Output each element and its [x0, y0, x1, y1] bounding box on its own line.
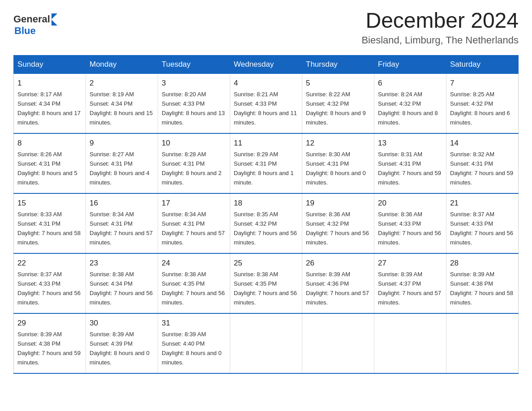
calendar-cell: 7 Sunrise: 8:25 AMSunset: 4:32 PMDayligh… [446, 73, 519, 133]
calendar-cell: 10 Sunrise: 8:28 AMSunset: 4:31 PMDaylig… [158, 133, 230, 193]
calendar-cell: 25 Sunrise: 8:38 AMSunset: 4:35 PMDaylig… [230, 253, 302, 313]
day-info: Sunrise: 8:35 AMSunset: 4:32 PMDaylight:… [234, 211, 297, 246]
day-info: Sunrise: 8:39 AMSunset: 4:38 PMDaylight:… [17, 331, 81, 366]
day-number: 4 [234, 77, 298, 89]
calendar-cell: 29 Sunrise: 8:39 AMSunset: 4:38 PMDaylig… [14, 313, 86, 373]
calendar-cell [302, 313, 374, 373]
weekday-header-friday: Friday [374, 55, 446, 73]
calendar-week-row: 15 Sunrise: 8:33 AMSunset: 4:31 PMDaylig… [14, 193, 519, 253]
day-number: 15 [17, 197, 82, 209]
calendar-cell: 13 Sunrise: 8:31 AMSunset: 4:31 PMDaylig… [374, 133, 446, 193]
day-number: 17 [162, 197, 226, 209]
day-info: Sunrise: 8:38 AMSunset: 4:35 PMDaylight:… [234, 271, 297, 306]
weekday-header-monday: Monday [86, 55, 158, 73]
calendar-cell: 1 Sunrise: 8:17 AMSunset: 4:34 PMDayligh… [14, 73, 86, 133]
calendar-cell: 27 Sunrise: 8:39 AMSunset: 4:37 PMDaylig… [374, 253, 446, 313]
day-info: Sunrise: 8:33 AMSunset: 4:31 PMDaylight:… [17, 211, 81, 246]
logo: General Blue [13, 13, 57, 36]
day-number: 10 [162, 137, 226, 149]
calendar-cell: 24 Sunrise: 8:38 AMSunset: 4:35 PMDaylig… [158, 253, 230, 313]
day-number: 26 [306, 257, 370, 269]
day-number: 29 [17, 317, 82, 329]
calendar-cell: 11 Sunrise: 8:29 AMSunset: 4:31 PMDaylig… [230, 133, 302, 193]
day-number: 25 [234, 257, 298, 269]
day-number: 1 [17, 77, 82, 89]
page-header: General Blue December 2024 Biesland, Lim… [13, 9, 519, 46]
day-info: Sunrise: 8:38 AMSunset: 4:34 PMDaylight:… [90, 271, 153, 306]
day-info: Sunrise: 8:36 AMSunset: 4:32 PMDaylight:… [306, 211, 369, 246]
day-info: Sunrise: 8:25 AMSunset: 4:32 PMDaylight:… [450, 91, 510, 126]
day-info: Sunrise: 8:27 AMSunset: 4:31 PMDaylight:… [90, 151, 150, 186]
calendar-cell: 4 Sunrise: 8:21 AMSunset: 4:33 PMDayligh… [230, 73, 302, 133]
calendar-cell: 14 Sunrise: 8:32 AMSunset: 4:31 PMDaylig… [446, 133, 519, 193]
day-number: 24 [162, 257, 226, 269]
calendar-cell: 26 Sunrise: 8:39 AMSunset: 4:36 PMDaylig… [302, 253, 374, 313]
weekday-header-sunday: Sunday [14, 55, 86, 73]
day-number: 19 [306, 197, 370, 209]
day-number: 14 [450, 137, 515, 149]
logo-text-blue: Blue [14, 26, 57, 36]
calendar-cell: 19 Sunrise: 8:36 AMSunset: 4:32 PMDaylig… [302, 193, 374, 253]
calendar-cell: 3 Sunrise: 8:20 AMSunset: 4:33 PMDayligh… [158, 73, 230, 133]
calendar-cell: 9 Sunrise: 8:27 AMSunset: 4:31 PMDayligh… [86, 133, 158, 193]
day-number: 27 [378, 257, 442, 269]
day-info: Sunrise: 8:31 AMSunset: 4:31 PMDaylight:… [378, 151, 441, 186]
day-number: 16 [90, 197, 154, 209]
calendar-week-row: 22 Sunrise: 8:37 AMSunset: 4:33 PMDaylig… [14, 253, 519, 313]
calendar-cell: 5 Sunrise: 8:22 AMSunset: 4:32 PMDayligh… [302, 73, 374, 133]
calendar-week-row: 8 Sunrise: 8:26 AMSunset: 4:31 PMDayligh… [14, 133, 519, 193]
calendar-cell: 30 Sunrise: 8:39 AMSunset: 4:39 PMDaylig… [86, 313, 158, 373]
day-info: Sunrise: 8:21 AMSunset: 4:33 PMDaylight:… [234, 91, 297, 126]
day-info: Sunrise: 8:39 AMSunset: 4:38 PMDaylight:… [450, 271, 513, 306]
calendar-cell: 20 Sunrise: 8:36 AMSunset: 4:33 PMDaylig… [374, 193, 446, 253]
calendar-cell: 12 Sunrise: 8:30 AMSunset: 4:31 PMDaylig… [302, 133, 374, 193]
title-area: December 2024 Biesland, Limburg, The Net… [361, 9, 519, 46]
calendar-cell: 15 Sunrise: 8:33 AMSunset: 4:31 PMDaylig… [14, 193, 86, 253]
calendar-cell [446, 313, 519, 373]
day-info: Sunrise: 8:17 AMSunset: 4:34 PMDaylight:… [17, 91, 81, 126]
logo-arrow-bottom [51, 20, 57, 26]
day-info: Sunrise: 8:38 AMSunset: 4:35 PMDaylight:… [162, 271, 225, 306]
day-number: 6 [378, 77, 442, 89]
calendar-cell: 22 Sunrise: 8:37 AMSunset: 4:33 PMDaylig… [14, 253, 86, 313]
calendar-week-row: 29 Sunrise: 8:39 AMSunset: 4:38 PMDaylig… [14, 313, 519, 373]
day-number: 20 [378, 197, 442, 209]
calendar-cell: 31 Sunrise: 8:39 AMSunset: 4:40 PMDaylig… [158, 313, 230, 373]
day-number: 21 [450, 197, 515, 209]
day-info: Sunrise: 8:36 AMSunset: 4:33 PMDaylight:… [378, 211, 441, 246]
day-info: Sunrise: 8:39 AMSunset: 4:40 PMDaylight:… [162, 331, 222, 366]
day-info: Sunrise: 8:37 AMSunset: 4:33 PMDaylight:… [17, 271, 81, 306]
day-number: 8 [17, 137, 82, 149]
location-title: Biesland, Limburg, The Netherlands [361, 34, 519, 46]
day-number: 18 [234, 197, 298, 209]
calendar-table: SundayMondayTuesdayWednesdayThursdayFrid… [13, 55, 519, 374]
weekday-header-row: SundayMondayTuesdayWednesdayThursdayFrid… [14, 55, 519, 73]
day-number: 28 [450, 257, 515, 269]
day-info: Sunrise: 8:34 AMSunset: 4:31 PMDaylight:… [90, 211, 153, 246]
day-number: 13 [378, 137, 442, 149]
day-number: 30 [90, 317, 154, 329]
day-info: Sunrise: 8:39 AMSunset: 4:37 PMDaylight:… [378, 271, 441, 306]
calendar-cell: 17 Sunrise: 8:34 AMSunset: 4:31 PMDaylig… [158, 193, 230, 253]
calendar-cell: 16 Sunrise: 8:34 AMSunset: 4:31 PMDaylig… [86, 193, 158, 253]
day-number: 11 [234, 137, 298, 149]
day-info: Sunrise: 8:34 AMSunset: 4:31 PMDaylight:… [162, 211, 225, 246]
calendar-cell: 8 Sunrise: 8:26 AMSunset: 4:31 PMDayligh… [14, 133, 86, 193]
day-info: Sunrise: 8:32 AMSunset: 4:31 PMDaylight:… [450, 151, 513, 186]
day-number: 12 [306, 137, 370, 149]
weekday-header-tuesday: Tuesday [158, 55, 230, 73]
day-info: Sunrise: 8:22 AMSunset: 4:32 PMDaylight:… [306, 91, 366, 126]
day-info: Sunrise: 8:37 AMSunset: 4:33 PMDaylight:… [450, 211, 513, 246]
weekday-header-saturday: Saturday [446, 55, 519, 73]
calendar-cell: 18 Sunrise: 8:35 AMSunset: 4:32 PMDaylig… [230, 193, 302, 253]
day-number: 9 [90, 137, 154, 149]
day-info: Sunrise: 8:20 AMSunset: 4:33 PMDaylight:… [162, 91, 225, 126]
calendar-cell: 2 Sunrise: 8:19 AMSunset: 4:34 PMDayligh… [86, 73, 158, 133]
day-number: 5 [306, 77, 370, 89]
day-number: 2 [90, 77, 154, 89]
calendar-cell: 28 Sunrise: 8:39 AMSunset: 4:38 PMDaylig… [446, 253, 519, 313]
day-number: 23 [90, 257, 154, 269]
day-number: 3 [162, 77, 226, 89]
calendar-cell: 21 Sunrise: 8:37 AMSunset: 4:33 PMDaylig… [446, 193, 519, 253]
day-number: 31 [162, 317, 226, 329]
